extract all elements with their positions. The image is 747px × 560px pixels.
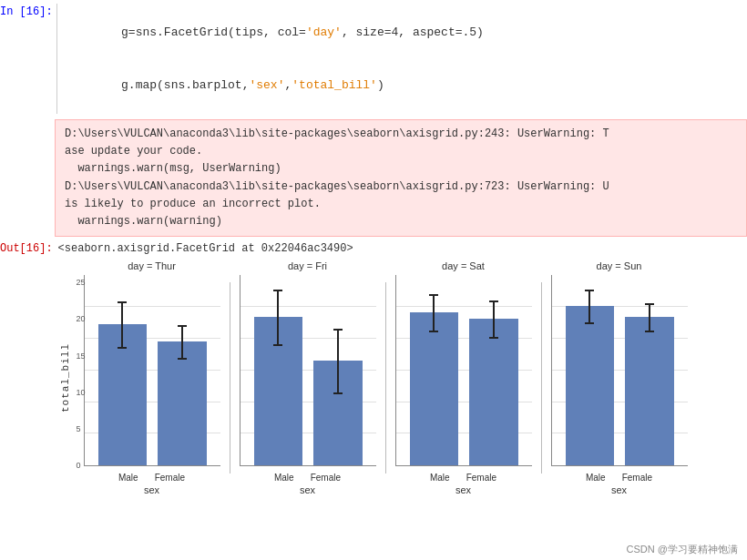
facet-panels: day = Thur [75, 260, 697, 495]
bar-container-thur-male [98, 324, 148, 465]
bar-thur-female [158, 341, 207, 465]
bar-sun-female [625, 317, 674, 465]
x-label-thur-male: Male [118, 473, 138, 483]
notebook-container: In [16]: g=sns.FacetGrid(tips, col='day'… [0, 0, 747, 560]
x-axis-label-sun: sex [611, 484, 627, 495]
bar-group-sat [396, 275, 532, 465]
warning-block: D:\Users\VULCAN\anaconda3\lib\site-packa… [55, 119, 747, 237]
output-cell: Out[16]: <seaborn.axisgrid.FacetGrid at … [0, 239, 747, 259]
x-axis-label-sat: sex [455, 484, 471, 495]
output-value: <seaborn.axisgrid.FacetGrid at 0x22046ac… [58, 240, 359, 257]
x-label-sat-male: Male [430, 473, 450, 483]
panel-chart-fri [240, 275, 376, 466]
cell-out-label: Out[16]: [0, 240, 58, 257]
x-label-sat-female: Female [466, 473, 496, 483]
x-label-fri-male: Male [274, 473, 294, 483]
x-axis-label-thur: sex [144, 484, 159, 495]
facet-title-sun: day = Sun [597, 260, 642, 271]
y-axis-label: total_bill [60, 343, 71, 412]
cell-in-label: In [16]: [0, 4, 56, 114]
watermark: CSDN @学习要精神饱满 [627, 543, 738, 556]
y-tick-10: 10 [77, 389, 86, 397]
bar-container-sun-male [566, 306, 615, 465]
bar-container-thur-female [158, 341, 207, 465]
x-label-thur-female: Female [155, 473, 185, 483]
x-label-fri-female: Female [311, 473, 341, 483]
panel-chart-sat [395, 275, 532, 466]
facet-title-sat: day = Sat [442, 260, 485, 271]
panel-chart-thur [84, 275, 220, 466]
bar-container-fri-male [254, 317, 303, 465]
x-label-sun-female: Female [622, 473, 652, 483]
facet-panel-fri: day = Fri [230, 260, 385, 495]
code-block: g=sns.FacetGrid(tips, col='day', size=4,… [56, 4, 747, 114]
x-label-sun-male: Male [586, 473, 606, 483]
bar-sat-male [410, 312, 459, 465]
facet-panel-sun: day = Sun [542, 260, 697, 495]
code-line-1: g=sns.FacetGrid(tips, col='day', size=4,… [65, 5, 740, 59]
code-line-2: g.map(sns.barplot,'sex','total_bill') [65, 59, 740, 113]
chart-area: total_bill 0 5 10 15 20 25 day = Thur [9, 259, 747, 542]
bar-container-sat-male [410, 312, 459, 465]
y-tick-5: 5 [77, 425, 86, 433]
bar-group-fri [240, 275, 376, 465]
bar-sun-male [566, 306, 615, 465]
y-tick-25: 25 [77, 279, 86, 287]
facet-title-fri: day = Fri [288, 260, 327, 271]
y-tick-0: 0 [77, 462, 86, 470]
bar-container-sun-female [625, 317, 674, 465]
facet-grid: total_bill 0 5 10 15 20 25 day = Thur [60, 260, 697, 495]
y-tick-20: 20 [77, 315, 86, 323]
panel-chart-sun [551, 275, 688, 466]
y-tick-15: 15 [77, 352, 86, 361]
code-cell: In [16]: g=sns.FacetGrid(tips, col='day'… [0, 0, 747, 117]
bar-sat-female [469, 319, 518, 465]
x-axis-label-fri: sex [300, 484, 315, 495]
bar-group-thur [85, 275, 220, 465]
facet-panel-thur: day = Thur [75, 260, 230, 495]
bar-container-sat-female [469, 319, 518, 465]
facet-title-thur: day = Thur [128, 260, 176, 271]
facet-panel-sat: day = Sat [386, 260, 541, 495]
bar-container-fri-female [313, 361, 363, 465]
bar-group-sun [552, 275, 688, 465]
